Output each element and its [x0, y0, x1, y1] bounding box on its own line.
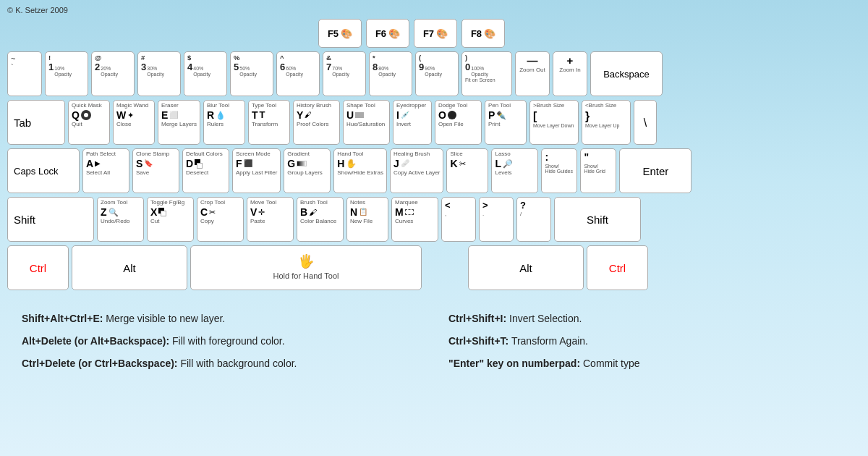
- key-9-num: 9: [419, 62, 424, 73]
- capslock-key[interactable]: Caps Lock: [7, 148, 80, 193]
- key-g[interactable]: Gradient G Group Layers: [284, 148, 331, 193]
- key-h[interactable]: Hand Tool H ✋ Show/Hide Extras: [333, 148, 387, 193]
- key-u[interactable]: Shape Tool U Hue/Saturation: [343, 100, 390, 145]
- key-6[interactable]: ^ 660%Opacity: [276, 51, 320, 96]
- m-tool: Marquee: [395, 200, 418, 206]
- key-p[interactable]: Pen Tool P ✒️ Print: [485, 100, 527, 145]
- key-a[interactable]: Path Select A ▶ Select All: [82, 148, 129, 193]
- key-lbracket[interactable]: >Brush Size [ Move Layer Down: [529, 100, 579, 145]
- key-k[interactable]: Slice K ✂: [446, 148, 488, 193]
- key-3[interactable]: # 330%Opacity: [137, 51, 181, 96]
- key-8-pct: 80%Opacity: [378, 66, 396, 77]
- key-y[interactable]: History Brush Y 🖌 Proof Colors: [293, 100, 340, 145]
- key-s[interactable]: Clone Stamp S 🔖 Save: [132, 148, 179, 193]
- i-sub: Invert: [396, 122, 411, 128]
- shortcut-left-3-bold: Ctrl+Delete (or Ctrl+Backspace):: [22, 358, 178, 369]
- c-sub: Copy: [200, 219, 214, 225]
- key-0-sym: ): [465, 54, 467, 62]
- key-semicolon[interactable]: : Show/Hide Guides: [541, 148, 577, 193]
- shift-right-key[interactable]: Shift: [554, 197, 641, 242]
- tab-key[interactable]: Tab: [7, 100, 65, 145]
- key-2[interactable]: @ 220%Opacity: [91, 51, 135, 96]
- key-9[interactable]: ( 990%Opacity: [415, 51, 459, 96]
- key-w[interactable]: Magic Wand W ✦ Close: [113, 100, 155, 145]
- spacebar-key[interactable]: 🖐 Hold for Hand Tool: [190, 245, 422, 290]
- key-d[interactable]: Default Colors D Deselect: [182, 148, 229, 193]
- g-letter: G: [287, 158, 295, 170]
- key-question[interactable]: ? /: [516, 197, 551, 242]
- key-equals[interactable]: + Zoom In: [553, 51, 587, 96]
- x-icon: [158, 208, 166, 216]
- shortcut-right-3-text: Commit type: [583, 358, 640, 369]
- key-8[interactable]: * 880%Opacity: [369, 51, 412, 96]
- key-c[interactable]: Crop Tool C ✂ Copy: [197, 197, 244, 242]
- key-7-sym: &: [326, 54, 331, 62]
- key-z[interactable]: Zoom Tool Z 🔍 Undo/Redo: [97, 197, 144, 242]
- tilde-key[interactable]: ~ `: [7, 51, 42, 96]
- key-0[interactable]: ) 0100%Opacity Fit on Screen: [461, 51, 512, 96]
- key-lt[interactable]: < ,: [441, 197, 476, 242]
- key-7[interactable]: & 770%Opacity: [323, 51, 366, 96]
- modifier-row: Ctrl Alt 🖐 Hold for Hand Tool Alt Ctrl: [7, 245, 861, 290]
- w-tool: Magic Wand: [116, 103, 148, 109]
- y-icon: 🖌: [305, 111, 312, 119]
- f5-key[interactable]: F5🎨: [318, 19, 362, 48]
- f8-key[interactable]: F8🎨: [461, 19, 505, 48]
- alt-left-key[interactable]: Alt: [72, 245, 187, 290]
- n-sub: New File: [350, 219, 373, 225]
- key-pipe[interactable]: \: [634, 100, 657, 145]
- l-letter: L: [495, 158, 501, 170]
- f5-icon: 🎨: [341, 28, 352, 39]
- key-m[interactable]: Marquee M Curves: [391, 197, 438, 242]
- f7-key[interactable]: F7🎨: [414, 19, 457, 48]
- c-icon: ✂: [209, 208, 216, 217]
- key-2-pct: 20%Opacity: [101, 66, 118, 77]
- key-rbracket[interactable]: <Brush Size } Move Layer Up: [582, 100, 631, 145]
- key-q[interactable]: Quick Mask Q Quit: [68, 100, 110, 145]
- zxcv-row: Shift Zoom Tool Z 🔍 Undo/Redo Toggle Fg/…: [7, 197, 861, 242]
- p-sub: Print: [488, 122, 500, 128]
- semicolon-sub: Show/Hide Guides: [545, 164, 573, 174]
- key-r[interactable]: Blur Tool R 💧 Rulers: [203, 100, 245, 145]
- f8-label: F8: [471, 28, 482, 39]
- ctrl-left-key[interactable]: Ctrl: [7, 245, 69, 290]
- v-tool: Move Tool: [250, 200, 276, 206]
- key-f[interactable]: Screen Mode F ⬛ Apply Last Filter: [232, 148, 281, 193]
- key-i[interactable]: Eyedropper I 💉 Invert: [393, 100, 432, 145]
- key-l[interactable]: Lasso L 🔎 Levels: [491, 148, 538, 193]
- key-minus[interactable]: — Zoom Out: [515, 51, 550, 96]
- key-j[interactable]: Healing Brush J 🩹 Copy Active Layer: [390, 148, 443, 193]
- key-gt[interactable]: > .: [479, 197, 514, 242]
- minus-sym: —: [527, 54, 538, 67]
- lbracket-label: >Brush Size: [533, 103, 564, 109]
- f6-key[interactable]: F6🎨: [366, 19, 409, 48]
- key-e[interactable]: Eraser E ⬜ Merge Layers: [158, 100, 200, 145]
- t-icon: T: [259, 109, 265, 121]
- enter-key[interactable]: Enter: [619, 148, 692, 193]
- backspace-key[interactable]: Backspace: [590, 51, 663, 96]
- key-n[interactable]: Notes N 📋 New File: [346, 197, 388, 242]
- l-tool: Lasso: [495, 151, 510, 158]
- key-x[interactable]: Toggle Fg/Bg X Cut: [147, 197, 194, 242]
- key-1[interactable]: ! 110%Opacity: [45, 51, 88, 96]
- shift-left-key[interactable]: Shift: [7, 197, 94, 242]
- key-4[interactable]: $ 440%Opacity: [184, 51, 227, 96]
- alt-right-key[interactable]: Alt: [468, 245, 584, 290]
- key-v[interactable]: Move Tool V ✛ Paste: [247, 197, 294, 242]
- key-5[interactable]: % 550%Opacity: [230, 51, 273, 96]
- f-letter: F: [236, 158, 242, 170]
- shortcut-left-1-bold: Shift+Alt+Ctrl+E:: [22, 313, 103, 324]
- s-tool: Clone Stamp: [136, 151, 169, 158]
- key-b[interactable]: Brush Tool B 🖌 Color Balance: [297, 197, 344, 242]
- v-icon: ✛: [258, 208, 265, 217]
- key-t[interactable]: Type Tool T T Transform: [248, 100, 290, 145]
- m-sub: Curves: [395, 219, 413, 225]
- key-quote[interactable]: " Show/Hide Grid: [580, 148, 616, 193]
- question-sym: ?: [520, 200, 526, 211]
- y-letter: Y: [297, 109, 303, 122]
- key-9-sym: (: [419, 54, 421, 62]
- i-letter: I: [396, 109, 399, 122]
- key-o[interactable]: Dodge Tool O Open File: [435, 100, 482, 145]
- f-sub: Apply Last Filter: [236, 170, 277, 177]
- ctrl-right-key[interactable]: Ctrl: [587, 245, 648, 290]
